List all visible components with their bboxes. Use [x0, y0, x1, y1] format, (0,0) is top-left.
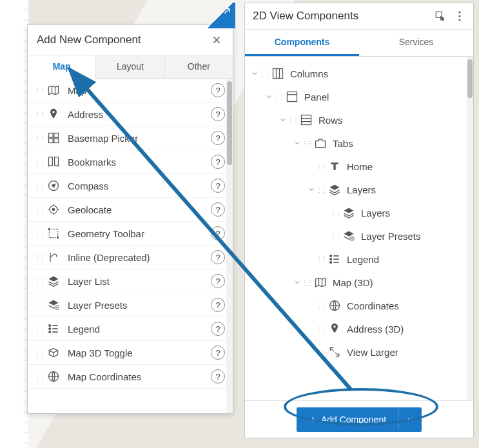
drag-handle-icon[interactable]: ⋮⋮: [34, 254, 41, 261]
drag-handle-icon[interactable]: ⋮⋮: [302, 279, 308, 286]
help-icon[interactable]: ?: [211, 369, 225, 384]
panel-icon: [285, 90, 299, 104]
drag-handle-icon[interactable]: ⋮⋮: [34, 373, 41, 380]
drag-handle-icon[interactable]: ⋮⋮: [330, 209, 337, 217]
coords-icon: [46, 369, 61, 384]
tree-label: Layers: [347, 184, 471, 195]
help-icon[interactable]: ?: [211, 274, 225, 288]
view-components-panel: 2D View Components ComponentsServices ⋮⋮…: [244, 3, 474, 438]
tree-label: Columns: [290, 68, 471, 79]
tree-node[interactable]: ⋮⋮Layer Presets: [250, 224, 471, 248]
popout-corner[interactable]: [204, 3, 235, 28]
drag-handle-icon[interactable]: ⋮⋮: [273, 93, 280, 101]
tree-node[interactable]: ⋮⋮Panel: [250, 85, 471, 108]
help-icon[interactable]: ?: [211, 322, 225, 336]
help-icon[interactable]: ?: [211, 155, 225, 169]
drag-handle-icon[interactable]: ⋮⋮: [302, 140, 308, 147]
tree-node[interactable]: ⋮⋮Columns: [250, 62, 471, 85]
component-item[interactable]: ⋮⋮Map 3D Toggle?: [28, 341, 231, 365]
tree-node[interactable]: ⋮⋮Rows: [250, 108, 471, 131]
tree-node[interactable]: ⋮⋮Home: [250, 155, 471, 178]
tab-components[interactable]: Components: [245, 30, 359, 56]
drag-handle-icon[interactable]: ⋮⋮: [34, 159, 41, 166]
component-item[interactable]: ⋮⋮Basemap Picker?: [28, 126, 231, 150]
rows-icon: [299, 113, 313, 127]
drag-handle-icon[interactable]: ⋮⋮: [34, 111, 41, 118]
tree-label: Map (3D): [333, 277, 471, 288]
drag-handle-icon[interactable]: ⋮⋮: [316, 302, 322, 309]
component-item[interactable]: ⋮⋮Geolocate?: [28, 198, 231, 222]
tab-services[interactable]: Services: [359, 30, 473, 56]
component-label: Layer List: [68, 276, 211, 287]
drag-handle-icon[interactable]: ⋮⋮: [34, 278, 41, 285]
tab-other[interactable]: Other: [165, 55, 233, 78]
help-icon[interactable]: ?: [211, 346, 225, 360]
help-icon[interactable]: ?: [211, 250, 225, 264]
add-component-dropdown[interactable]: [398, 409, 422, 430]
menu-icon[interactable]: [454, 10, 465, 22]
svg-point-9: [57, 237, 59, 239]
tree-node[interactable]: ⋮⋮Coordinates: [250, 294, 471, 317]
chevron-icon[interactable]: [293, 278, 302, 286]
component-item[interactable]: ⋮⋮Layer List?: [28, 269, 231, 293]
help-icon[interactable]: ?: [211, 131, 225, 145]
component-item[interactable]: ⋮⋮Map?: [28, 79, 231, 102]
drag-handle-icon[interactable]: ⋮⋮: [330, 233, 337, 240]
chevron-icon[interactable]: [250, 70, 259, 77]
select-icon[interactable]: [435, 10, 446, 22]
drag-handle-icon[interactable]: ⋮⋮: [34, 230, 41, 237]
help-icon[interactable]: ?: [211, 107, 225, 121]
help-icon[interactable]: ?: [211, 83, 225, 97]
chevron-icon[interactable]: [279, 116, 288, 124]
component-item[interactable]: ⋮⋮Bookmarks?: [28, 150, 231, 174]
component-item[interactable]: ⋮⋮Inline (Deprecated)?: [28, 246, 231, 269]
tree-node[interactable]: ⋮⋮Layers: [250, 201, 471, 224]
drag-handle-icon[interactable]: ⋮⋮: [34, 87, 41, 94]
drag-handle-icon[interactable]: ⋮⋮: [34, 182, 41, 190]
left-scrollbar[interactable]: [226, 79, 233, 413]
drag-handle-icon[interactable]: ⋮⋮: [34, 135, 41, 142]
component-item[interactable]: ⋮⋮Legend?: [28, 317, 231, 341]
tree-label: Layer Presets: [361, 231, 471, 242]
chevron-icon[interactable]: [264, 93, 273, 101]
component-item[interactable]: ⋮⋮Layer Presets?: [28, 293, 231, 317]
tree-node[interactable]: ⋮⋮Legend: [250, 248, 471, 271]
drag-handle-icon[interactable]: ⋮⋮: [34, 349, 41, 356]
component-item[interactable]: ⋮⋮Map Coordinates?: [28, 365, 231, 389]
close-button[interactable]: [210, 33, 224, 47]
tree-node[interactable]: ⋮⋮Tabs: [250, 131, 471, 155]
tab-map[interactable]: Map: [28, 55, 96, 79]
chevron-icon[interactable]: [307, 186, 316, 193]
drag-handle-icon[interactable]: ⋮⋮: [316, 163, 322, 170]
add-component-button[interactable]: ＋Add Component: [297, 407, 422, 432]
svg-point-13: [49, 331, 51, 333]
drag-handle-icon[interactable]: ⋮⋮: [34, 302, 41, 309]
add-component-panel: Add New Component MapLayoutOther ⋮⋮Map?⋮…: [27, 24, 233, 414]
drag-handle-icon[interactable]: ⋮⋮: [34, 326, 41, 333]
tree-node[interactable]: ⋮⋮Map (3D): [250, 271, 471, 294]
tree-node[interactable]: ⋮⋮View Larger: [250, 340, 471, 364]
right-scrollbar[interactable]: [467, 57, 473, 400]
drag-handle-icon[interactable]: ⋮⋮: [316, 256, 322, 263]
tree-node[interactable]: ⋮⋮Address (3D): [250, 317, 471, 340]
help-icon[interactable]: ?: [211, 298, 225, 312]
component-item[interactable]: ⋮⋮Compass?: [28, 174, 231, 198]
help-icon[interactable]: ?: [211, 179, 225, 193]
tab-layout[interactable]: Layout: [96, 55, 164, 78]
help-icon[interactable]: ?: [211, 202, 225, 217]
chevron-icon[interactable]: [293, 139, 302, 147]
tree-node[interactable]: ⋮⋮Layers: [250, 178, 471, 201]
drag-handle-icon[interactable]: ⋮⋮: [288, 117, 294, 124]
component-item[interactable]: ⋮⋮Address?: [28, 102, 231, 126]
drag-handle-icon[interactable]: ⋮⋮: [259, 70, 266, 77]
right-tabs: ComponentsServices: [245, 30, 473, 57]
svg-rect-3: [54, 139, 59, 143]
component-item[interactable]: ⋮⋮Geometry Toolbar?: [28, 222, 231, 246]
drag-handle-icon[interactable]: ⋮⋮: [316, 326, 322, 333]
svg-rect-19: [273, 69, 283, 79]
drag-handle-icon[interactable]: ⋮⋮: [316, 186, 322, 193]
tree-label: Coordinates: [347, 300, 471, 311]
drag-handle-icon[interactable]: ⋮⋮: [34, 206, 41, 213]
help-icon[interactable]: ?: [211, 226, 225, 240]
drag-handle-icon[interactable]: ⋮⋮: [316, 349, 322, 356]
